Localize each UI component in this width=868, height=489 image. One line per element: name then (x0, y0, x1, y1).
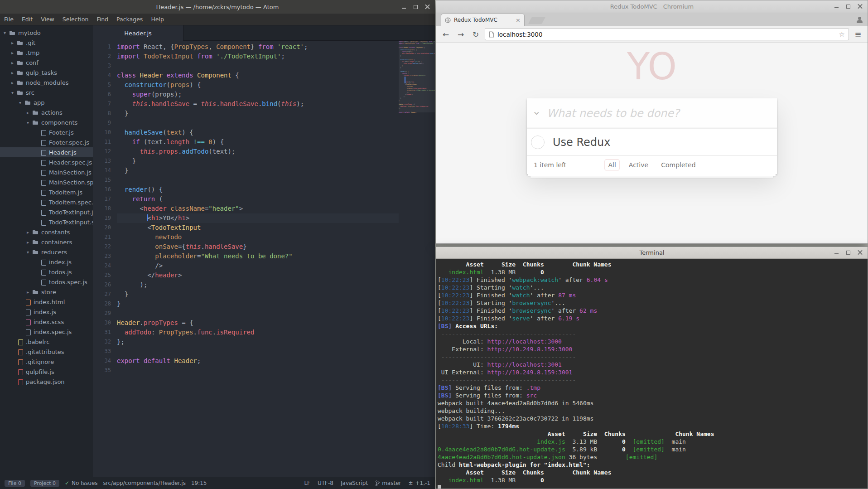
tree-item[interactable]: Header.js (0, 147, 93, 157)
close-icon[interactable] (857, 250, 863, 256)
code-line[interactable]: placeholder="What needs to be done?" (117, 252, 399, 261)
code-line[interactable]: render() { (117, 185, 399, 194)
code-line[interactable]: if (text.length !== 0) { (117, 137, 399, 147)
tab-close-icon[interactable]: × (516, 17, 521, 24)
line-ending-indicator[interactable]: LF (304, 480, 310, 486)
tree-item[interactable]: .gitignore (0, 357, 93, 367)
tree-item[interactable]: index.scss (0, 317, 93, 327)
editor[interactable]: 1 2 3 4 5 6 7 8 (93, 41, 435, 477)
cursor-position[interactable]: 19:15 (191, 480, 207, 486)
code-line[interactable]: import TodoTextInput from './TodoTextInp… (117, 52, 399, 61)
code-line[interactable]: } (117, 166, 399, 175)
back-button[interactable]: ← (440, 29, 452, 40)
code-line[interactable]: } (117, 290, 399, 299)
code-line[interactable]: newTodo (117, 232, 399, 242)
tree-item[interactable]: todos.spec.js (0, 277, 93, 287)
code-line[interactable]: super(props); (117, 90, 399, 99)
tree-item[interactable]: ▸ conf (0, 58, 93, 68)
tree-item[interactable]: ▾ mytodo (0, 28, 93, 38)
toggle-all-chevron-icon[interactable]: › (530, 103, 543, 123)
code-line[interactable]: addTodo: PropTypes.func.isRequired (117, 328, 399, 337)
tree-item[interactable]: index.js (0, 307, 93, 317)
git-branch[interactable]: master (375, 480, 401, 486)
menu-item[interactable]: Find (92, 16, 112, 23)
code-line[interactable]: this.props.addTodo(text); (117, 147, 399, 156)
code-line[interactable] (117, 61, 399, 71)
code-line[interactable]: ); (117, 280, 399, 290)
tree-item[interactable]: TodoTextInput.sp (0, 217, 93, 227)
code-line[interactable]: } (117, 109, 399, 118)
filter-link[interactable]: Active (625, 160, 652, 170)
menu-item[interactable]: Packages (112, 16, 147, 23)
terminal-output[interactable]: Asset Size Chunks Chunk Names index.html… (436, 259, 868, 489)
code-line[interactable] (117, 366, 399, 375)
reload-button[interactable]: ↻ (470, 29, 482, 40)
menu-item[interactable]: File (0, 16, 18, 23)
tree-item[interactable]: MainSection.js (0, 167, 93, 177)
code-line[interactable] (117, 347, 399, 356)
tree-item[interactable]: Footer.js (0, 127, 93, 137)
linter-status[interactable]: ✓ No Issues (65, 480, 97, 486)
tree-item[interactable]: ▸ constants (0, 227, 93, 237)
tree-item[interactable]: ▸ .git (0, 38, 93, 48)
tree-item[interactable]: ▸ node_modules (0, 77, 93, 87)
code-line[interactable]: return ( (117, 194, 399, 204)
code-line[interactable]: import React, {PropTypes, Component} fro… (117, 42, 399, 52)
code-line[interactable]: <header className="header"> (117, 204, 399, 213)
new-tab-button[interactable] (528, 17, 546, 24)
tree-item[interactable]: TodoItem.js (0, 187, 93, 197)
tree-item[interactable]: index.html (0, 297, 93, 307)
tree-item[interactable]: ▾ src (0, 87, 93, 97)
linter-file-badge[interactable]: File 0 (5, 480, 25, 487)
tree-item[interactable]: .babelrc (0, 337, 93, 347)
tree-item[interactable]: ▸ .tmp (0, 48, 93, 58)
code-line[interactable]: class Header extends Component { (117, 71, 399, 80)
tree-item[interactable]: gulpfile.js (0, 367, 93, 377)
code-line[interactable]: onSave={this.handleSave} (117, 242, 399, 252)
tab-header-js[interactable]: Header.js (93, 25, 183, 41)
minimize-icon[interactable] (401, 4, 407, 10)
tree-item[interactable]: Footer.spec.js (0, 137, 93, 147)
tree-item[interactable]: .gitattributes (0, 347, 93, 357)
profile-icon[interactable] (856, 16, 863, 24)
menu-item[interactable]: Edit (18, 16, 37, 23)
menu-item[interactable]: View (37, 16, 58, 23)
code-line[interactable] (117, 175, 399, 185)
tree-item[interactable]: ▾ reducers (0, 247, 93, 257)
tree-item[interactable]: package.json (0, 377, 93, 387)
code-line[interactable]: export default Header; (117, 356, 399, 366)
code-line[interactable]: /> (117, 261, 399, 271)
code-line[interactable]: <TodoTextInput (117, 223, 399, 232)
tree-item[interactable]: Header.spec.js (0, 157, 93, 167)
linter-project-badge[interactable]: Project 0 (30, 480, 59, 487)
tree-item[interactable]: ▸ store (0, 287, 93, 297)
tree-item[interactable]: ▾ components (0, 117, 93, 127)
code-line[interactable]: constructor(props) { (117, 80, 399, 90)
language-indicator[interactable]: JavaScript (341, 480, 368, 486)
code-line[interactable]: } (117, 156, 399, 166)
new-todo-input[interactable] (547, 98, 777, 128)
bookmark-star-icon[interactable]: ☆ (839, 30, 845, 39)
tree-item[interactable]: TodoItem.spec.js (0, 197, 93, 207)
code-line[interactable]: } (117, 299, 399, 309)
maximize-icon[interactable] (845, 4, 851, 10)
address-bar[interactable]: localhost:3000 ☆ (485, 28, 849, 40)
todo-label[interactable]: Use Redux (553, 136, 610, 149)
code-line[interactable] (117, 309, 399, 318)
tree-item[interactable]: TodoTextInput.js (0, 207, 93, 217)
code-line[interactable]: <h1>YO</h1> (117, 213, 399, 223)
tree-item[interactable]: todos.js (0, 267, 93, 277)
code-line[interactable]: }; (117, 337, 399, 347)
close-icon[interactable] (424, 4, 430, 10)
filter-link[interactable]: All (604, 160, 619, 170)
code-line[interactable]: handleSave(text) { (117, 128, 399, 137)
tree-item[interactable]: ▸ actions (0, 107, 93, 117)
tree-item[interactable]: ▸ containers (0, 237, 93, 247)
code-line[interactable]: this.handleSave = this.handleSave.bind(t… (117, 99, 399, 109)
filter-link[interactable]: Completed (657, 160, 699, 170)
tree-item[interactable]: ▸ gulp_tasks (0, 68, 93, 77)
code-line[interactable] (117, 118, 399, 128)
browser-menu-icon[interactable]: ≡ (852, 29, 864, 40)
code-line[interactable]: </header> (117, 271, 399, 280)
maximize-icon[interactable] (413, 4, 419, 10)
